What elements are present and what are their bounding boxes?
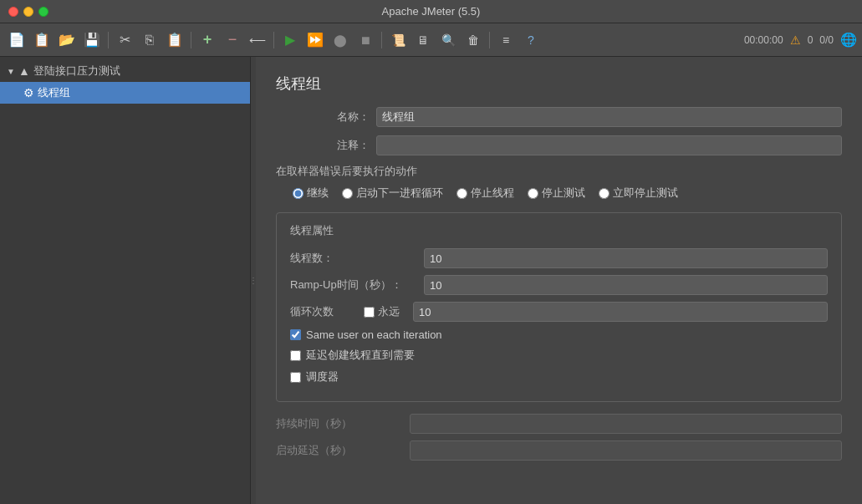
toolbar-separator-1: [108, 32, 109, 48]
on-error-title: 在取样器错误后要执行的动作: [276, 164, 842, 179]
delay-create-checkbox[interactable]: [290, 350, 301, 361]
radio-stop-test[interactable]: 停止测试: [528, 186, 585, 201]
warning-icon: ⚠: [790, 33, 801, 47]
titlebar: Apache JMeter (5.5): [0, 0, 862, 23]
error-count: 0/0: [819, 34, 834, 46]
same-user-row[interactable]: Same user on each iteration: [290, 328, 828, 341]
on-error-section: 在取样器错误后要执行的动作 继续 启动下一进程循环 停止线程: [276, 164, 842, 201]
help-button[interactable]: ?: [519, 28, 543, 52]
expand-icon: ▼: [7, 67, 15, 75]
maximize-button[interactable]: [38, 7, 48, 17]
new-button[interactable]: 📄: [5, 28, 28, 52]
thread-props-title: 线程属性: [290, 223, 828, 238]
radio-start-next[interactable]: 启动下一进程循环: [342, 186, 443, 201]
shutdown-button[interactable]: ⏹: [354, 28, 377, 52]
radio-stop-thread-label: 停止线程: [471, 186, 514, 201]
comment-input[interactable]: [376, 135, 842, 155]
ramp-up-input[interactable]: [424, 275, 828, 295]
forever-text: 永远: [378, 304, 400, 319]
stop-button[interactable]: ⬤: [329, 28, 352, 52]
name-row: 名称：: [276, 107, 842, 127]
duration-row: 持续时间（秒）: [276, 414, 842, 434]
timer-display: 00:00:00: [744, 34, 783, 46]
toolbar-separator-2: [191, 32, 191, 48]
sidebar-item-label-root: 登陆接口压力测试: [33, 64, 120, 79]
save-button[interactable]: 💾: [80, 28, 104, 52]
search-button[interactable]: 🔍: [436, 28, 460, 52]
open-button[interactable]: 📂: [55, 28, 79, 52]
forever-checkbox[interactable]: [364, 307, 375, 318]
remote-icon: 🌐: [840, 32, 857, 48]
test-plan-icon: ▲: [18, 64, 30, 78]
delay-create-label: 延迟创建线程直到需要: [306, 348, 415, 363]
sidebar-item-thread-group[interactable]: ⚙ 线程组: [0, 82, 250, 104]
duration-label: 持续时间（秒）: [276, 416, 410, 431]
script-button[interactable]: 📜: [386, 28, 410, 52]
content-area: 线程组 名称： 注释： 在取样器错误后要执行的动作 继续: [256, 57, 862, 504]
comment-row: 注释：: [276, 135, 842, 155]
start-button[interactable]: ▶: [278, 28, 302, 52]
thread-props-section: 线程属性 线程数： Ramp-Up时间（秒）： 循环次数 永远: [276, 212, 842, 402]
thread-count-input[interactable]: [424, 248, 828, 268]
duration-input[interactable]: [410, 414, 842, 434]
thread-count-label: 线程数：: [290, 251, 424, 266]
main-container: ▼ ▲ 登陆接口压力测试 ⚙ 线程组 ⋮ 线程组 名称： 注释：: [0, 57, 862, 504]
scheduler-row[interactable]: 调度器: [290, 369, 828, 384]
ramp-up-label: Ramp-Up时间（秒）：: [290, 277, 424, 293]
delay-create-row[interactable]: 延迟创建线程直到需要: [290, 348, 828, 363]
thread-group-icon: ⚙: [23, 86, 34, 99]
clear-icon[interactable]: ⟵: [246, 28, 269, 52]
startup-delay-row: 启动延迟（秒）: [276, 440, 842, 461]
sidebar-item-root[interactable]: ▼ ▲ 登陆接口压力测试: [0, 60, 250, 82]
add-button[interactable]: +: [196, 28, 219, 52]
copy-button[interactable]: ⎘: [138, 28, 161, 52]
startup-delay-input[interactable]: [410, 440, 842, 461]
comment-label: 注释：: [276, 138, 376, 153]
sidebar-item-label-thread-group: 线程组: [38, 85, 70, 100]
clear-all-button[interactable]: 🗑: [462, 28, 485, 52]
on-error-radio-group: 继续 启动下一进程循环 停止线程 停止测试: [276, 186, 842, 201]
warn-count: 0: [808, 34, 814, 46]
remove-button[interactable]: −: [221, 28, 244, 52]
toolbar-right: 00:00:00 ⚠ 0 0/0 🌐: [744, 32, 857, 48]
paste-button[interactable]: 📋: [163, 28, 186, 52]
remote-button[interactable]: 🖥: [411, 28, 435, 52]
toolbar-separator-4: [381, 32, 382, 48]
radio-stop-thread[interactable]: 停止线程: [457, 186, 514, 201]
start-no-pause-button[interactable]: ⏩: [303, 28, 327, 52]
toolbar: 📄 📋 📂 💾 ✂ ⎘ 📋 + − ⟵ ▶ ⏩ ⬤ ⏹ 📜 🖥 🔍 🗑 ≡ ? …: [0, 23, 862, 57]
loop-count-label: 循环次数: [290, 304, 357, 319]
window-title: Apache JMeter (5.5): [382, 5, 481, 18]
radio-continue-label: 继续: [307, 186, 329, 201]
scheduler-checkbox[interactable]: [290, 372, 301, 383]
sidebar: ▼ ▲ 登陆接口压力测试 ⚙ 线程组: [0, 57, 251, 504]
same-user-checkbox[interactable]: [290, 329, 301, 340]
content-inner: 线程组 名称： 注释： 在取样器错误后要执行的动作 继续: [256, 57, 862, 484]
minimize-button[interactable]: [23, 7, 33, 17]
radio-stop-now[interactable]: 立即停止测试: [599, 186, 678, 201]
function-button[interactable]: ≡: [494, 28, 518, 52]
forever-label[interactable]: 永远: [364, 304, 400, 319]
loop-count-input[interactable]: [413, 302, 828, 322]
toolbar-separator-3: [273, 32, 274, 48]
thread-count-row: 线程数：: [290, 248, 828, 268]
page-title: 线程组: [276, 74, 842, 94]
traffic-lights: [8, 7, 48, 17]
radio-start-next-label: 启动下一进程循环: [356, 186, 443, 201]
same-user-label: Same user on each iteration: [306, 328, 442, 341]
cut-button[interactable]: ✂: [113, 28, 136, 52]
scheduler-label: 调度器: [306, 369, 339, 384]
toolbar-separator-5: [489, 32, 490, 48]
startup-delay-label: 启动延迟（秒）: [276, 443, 410, 458]
close-button[interactable]: [8, 7, 18, 17]
radio-continue[interactable]: 继续: [293, 186, 329, 201]
name-label: 名称：: [276, 109, 376, 125]
open-template-button[interactable]: 📋: [30, 28, 54, 52]
loop-count-row: 循环次数 永远: [290, 302, 828, 322]
radio-stop-test-label: 停止测试: [542, 186, 585, 201]
radio-stop-now-label: 立即停止测试: [613, 186, 678, 201]
name-input[interactable]: [376, 107, 842, 127]
ramp-up-row: Ramp-Up时间（秒）：: [290, 275, 828, 295]
